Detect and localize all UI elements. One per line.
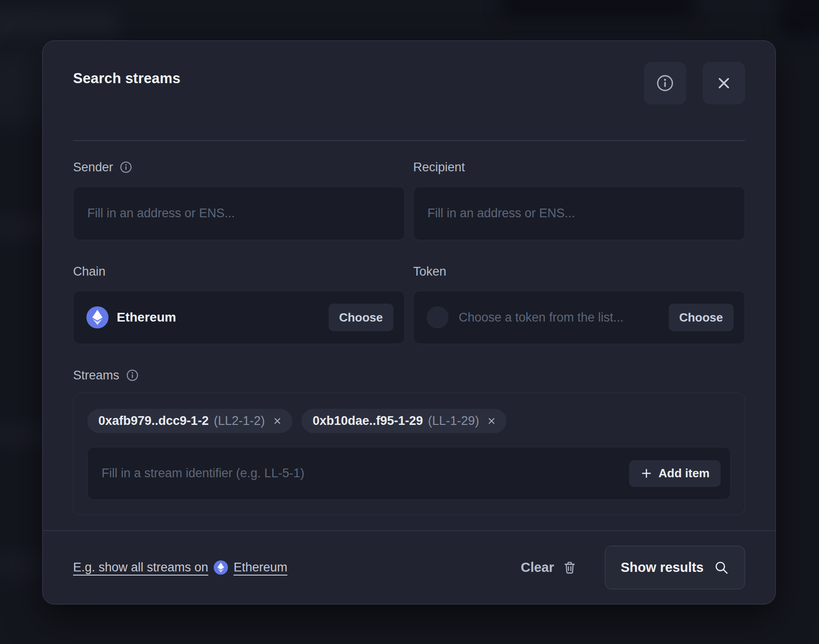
show-results-button[interactable]: Show results bbox=[605, 546, 745, 589]
header-actions bbox=[644, 62, 745, 104]
search-icon bbox=[714, 560, 729, 575]
stream-chip-id: 0xafb979..dcc9-1-2 bbox=[98, 414, 209, 428]
chain-label-row: Chain bbox=[73, 264, 405, 279]
token-select[interactable]: Choose a token from the list... Choose bbox=[413, 291, 745, 344]
example-streams-link[interactable]: E.g. show all streams on Ethereum bbox=[73, 560, 287, 575]
background-blur-artifact bbox=[501, 0, 694, 17]
stream-input-row: Add item bbox=[87, 447, 731, 500]
stream-chip-list: 0xafb979..dcc9-1-2 (LL2-1-2) 0xb bbox=[87, 409, 731, 433]
screen: Search streams bbox=[0, 0, 819, 644]
sender-field-group: Sender bbox=[73, 160, 405, 240]
clear-button[interactable]: Clear bbox=[518, 559, 580, 576]
chain-value: Ethereum bbox=[117, 310, 176, 325]
recipient-label: Recipient bbox=[413, 160, 465, 175]
chain-field-group: Chain Ethereum Choose bbox=[73, 264, 405, 344]
show-results-label: Show results bbox=[621, 560, 704, 575]
add-item-button[interactable]: Add item bbox=[629, 460, 721, 487]
info-button[interactable] bbox=[644, 62, 686, 104]
modal-body: Sender Recipient bbox=[43, 141, 775, 515]
token-label: Token bbox=[413, 265, 446, 279]
remove-chip-icon[interactable] bbox=[487, 416, 496, 426]
recipient-label-row: Recipient bbox=[413, 160, 745, 175]
remove-chip-icon[interactable] bbox=[273, 416, 282, 426]
background-blur-artifact bbox=[0, 551, 46, 579]
stream-chip[interactable]: 0xafb979..dcc9-1-2 (LL2-1-2) bbox=[87, 409, 292, 433]
token-placeholder-text: Choose a token from the list... bbox=[459, 311, 624, 325]
search-streams-modal: Search streams bbox=[42, 40, 776, 604]
example-link-prefix: E.g. show all streams on bbox=[73, 560, 208, 575]
ethereum-logo-icon bbox=[86, 306, 108, 328]
close-icon bbox=[715, 74, 733, 92]
token-label-row: Token bbox=[413, 264, 745, 279]
streams-box: 0xafb979..dcc9-1-2 (LL2-1-2) 0xb bbox=[73, 393, 745, 515]
stream-chip[interactable]: 0xb10dae..f95-1-29 (LL-1-29) bbox=[301, 409, 506, 433]
stream-chip-alias: (LL-1-29) bbox=[428, 414, 479, 428]
ethereum-logo-icon bbox=[214, 560, 228, 575]
stream-chip-alias: (LL2-1-2) bbox=[214, 414, 265, 428]
token-field-group: Token Choose a token from the list... Ch… bbox=[413, 264, 745, 344]
modal-footer: E.g. show all streams on Ethereum Clear bbox=[43, 530, 775, 604]
modal-title: Search streams bbox=[73, 70, 181, 87]
close-button[interactable] bbox=[703, 62, 745, 104]
add-item-label: Add item bbox=[659, 466, 710, 480]
modal-header: Search streams bbox=[43, 41, 775, 141]
sender-info-icon[interactable] bbox=[119, 161, 132, 174]
sender-input[interactable] bbox=[73, 186, 405, 240]
streams-label-row: Streams bbox=[73, 368, 745, 383]
background-blur-artifact bbox=[779, 0, 819, 37]
chain-select[interactable]: Ethereum Choose bbox=[73, 291, 405, 344]
trash-icon bbox=[562, 560, 577, 575]
streams-field-group: Streams 0xafb979..dcc9- bbox=[73, 368, 745, 515]
token-choose-button[interactable]: Choose bbox=[669, 304, 734, 331]
chain-choose-button[interactable]: Choose bbox=[329, 304, 393, 331]
streams-label: Streams bbox=[73, 368, 119, 383]
footer-actions: Clear Show results bbox=[518, 546, 745, 589]
chain-label: Chain bbox=[73, 265, 106, 279]
stream-chip-id: 0xb10dae..f95-1-29 bbox=[313, 414, 423, 428]
sender-label: Sender bbox=[73, 160, 113, 175]
header-divider bbox=[73, 140, 745, 141]
background-blur-artifact bbox=[0, 10, 119, 38]
recipient-input[interactable] bbox=[413, 186, 745, 240]
sender-label-row: Sender bbox=[73, 160, 405, 175]
recipient-field-group: Recipient bbox=[413, 160, 745, 240]
example-link-chain: Ethereum bbox=[233, 560, 287, 575]
clear-label: Clear bbox=[521, 560, 554, 575]
token-placeholder-circle-icon bbox=[427, 306, 449, 328]
info-icon bbox=[656, 74, 674, 92]
plus-icon bbox=[640, 467, 653, 480]
streams-info-icon[interactable] bbox=[126, 369, 139, 382]
